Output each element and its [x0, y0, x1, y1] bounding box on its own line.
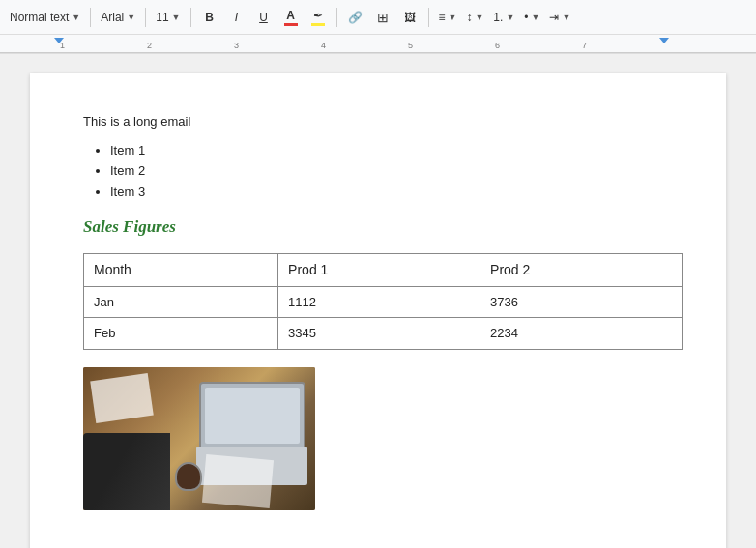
size-label: 11 — [156, 11, 168, 24]
align-icon: ≡ — [439, 11, 446, 24]
indent-icon: ⇥ — [549, 11, 559, 24]
doc-area[interactable]: This is a long email Item 1 Item 2 Item … — [0, 54, 756, 548]
ruler-mark-4: 4 — [321, 41, 326, 50]
left-indent-marker[interactable] — [54, 38, 64, 43]
cell-jan-prod1: 1112 — [278, 286, 480, 318]
size-dropdown[interactable]: 11 ▼ — [152, 5, 184, 30]
bold-button[interactable]: B — [197, 5, 222, 30]
sep-3 — [190, 8, 191, 27]
underline-button[interactable]: U — [251, 5, 276, 30]
highlight-button[interactable]: ✒ — [305, 5, 331, 30]
col-header-month: Month — [84, 253, 278, 286]
style-label: Normal text — [10, 11, 69, 24]
ruler-mark-5: 5 — [408, 41, 413, 50]
italic-button[interactable]: I — [224, 5, 249, 30]
bullet-list: Item 1 Item 2 Item 3 — [83, 141, 673, 202]
laptop — [199, 382, 305, 449]
link-icon: 🔗 — [348, 11, 363, 24]
indent-dropdown[interactable]: ⇥ ▼ — [545, 5, 574, 30]
list-item-2: Item 2 — [110, 161, 673, 181]
paper-doc — [90, 373, 154, 423]
doc-page: This is a long email Item 1 Item 2 Item … — [30, 73, 726, 548]
right-indent-marker[interactable] — [659, 38, 669, 43]
sep-5 — [428, 8, 429, 27]
linespace-dropdown[interactable]: ↕ ▼ — [462, 5, 487, 30]
size-dropdown-arrow: ▼ — [172, 13, 181, 22]
list-ordered-icon: 1. — [493, 11, 503, 24]
coffee-cup — [175, 462, 202, 491]
paper-doc-2 — [202, 454, 274, 508]
table-row: Jan 1112 3736 — [84, 286, 683, 318]
cell-feb-prod2: 2234 — [480, 318, 683, 350]
image-icon: 🖼 — [404, 11, 416, 24]
ruler-baseline — [0, 52, 756, 53]
list-item-1: Item 1 — [110, 141, 673, 160]
sep-2 — [145, 8, 146, 27]
ruler-mark-3: 3 — [234, 41, 239, 50]
ruler-mark-7: 7 — [582, 41, 587, 50]
list-bullet-icon: • — [524, 11, 528, 24]
link-button[interactable]: 🔗 — [343, 5, 368, 30]
linespace-icon: ↕ — [466, 11, 472, 24]
sep-1 — [90, 8, 91, 27]
col-header-prod1: Prod 1 — [278, 253, 480, 286]
font-color-button[interactable]: A — [278, 5, 304, 30]
ruler: 1 2 3 4 5 6 7 — [0, 35, 756, 54]
ruler-mark-2: 2 — [147, 41, 152, 50]
highlight-icon: ✒ — [311, 9, 325, 26]
cell-jan-month: Jan — [84, 286, 278, 318]
intro-paragraph: This is a long email — [83, 112, 673, 131]
table-header-row: Month Prod 1 Prod 2 — [84, 253, 683, 286]
list-item-3: Item 3 — [110, 183, 673, 202]
insert-icon: ⊞ — [377, 10, 389, 25]
insert-button[interactable]: ⊞ — [370, 5, 395, 30]
style-dropdown[interactable]: Normal text ▼ — [6, 5, 84, 30]
font-dropdown[interactable]: Arial ▼ — [97, 5, 139, 30]
cell-feb-prod1: 3345 — [278, 318, 480, 350]
toolbar: Normal text ▼ Arial ▼ 11 ▼ B I U A — [0, 0, 756, 35]
laptop-screen — [205, 388, 300, 444]
sep-4 — [336, 8, 337, 27]
font-label: Arial — [101, 11, 124, 24]
cell-feb-month: Feb — [84, 318, 278, 350]
list-ordered-dropdown[interactable]: 1. ▼ — [489, 5, 518, 30]
cell-jan-prod2: 3736 — [480, 286, 683, 318]
align-dropdown[interactable]: ≡ ▼ — [435, 5, 461, 30]
col-header-prod2: Prod 2 — [480, 253, 683, 286]
person-arm — [83, 433, 170, 510]
list-bullet-dropdown[interactable]: • ▼ — [520, 5, 543, 30]
ruler-mark-6: 6 — [495, 41, 500, 50]
sales-table: Month Prod 1 Prod 2 Jan 1112 3736 Feb 33… — [83, 253, 683, 350]
table-row: Feb 3345 2234 — [84, 318, 683, 350]
section-heading: Sales Figures — [83, 215, 673, 240]
image-button[interactable]: 🖼 — [397, 5, 422, 30]
font-dropdown-arrow: ▼ — [127, 13, 135, 22]
style-dropdown-arrow: ▼ — [72, 13, 80, 22]
font-color-icon: A — [284, 9, 298, 26]
inline-image — [83, 367, 315, 510]
